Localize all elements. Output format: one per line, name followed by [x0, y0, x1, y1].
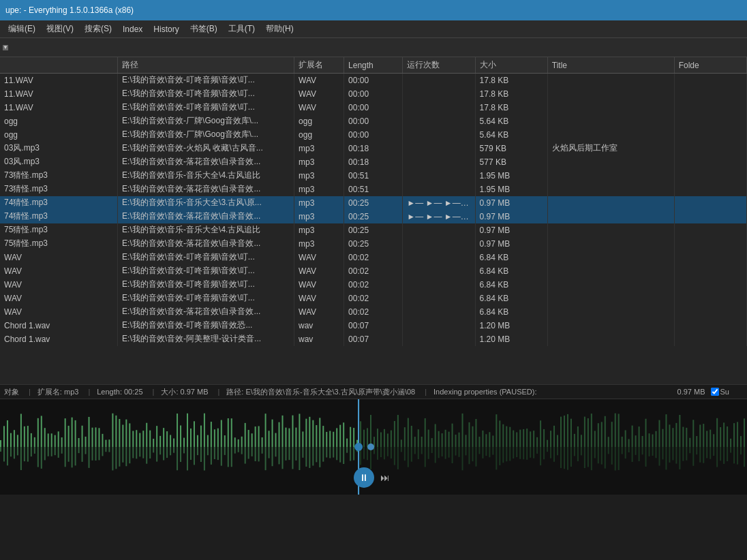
table-cell: WAV	[294, 101, 344, 114]
status-ext: 扩展名: mp3	[37, 387, 79, 397]
table-cell: E:\我的音效\音效-叮咚音频\音效\叮...	[118, 264, 294, 278]
table-cell	[674, 292, 746, 305]
table-cell: 579 KB	[475, 142, 547, 155]
table-cell	[403, 101, 475, 114]
table-cell: 6.84 KB	[475, 264, 547, 278]
table-cell	[547, 128, 674, 142]
table-cell	[547, 305, 674, 319]
table-cell: E:\我的音效\音效-叮咚音频\音效\叮...	[118, 74, 294, 87]
table-row[interactable]: WAVE:\我的音效\音效-叮咚音频\音效\叮...WAV00:026.84 K…	[0, 251, 747, 264]
table-cell: 00:00	[344, 101, 403, 114]
table-cell	[403, 251, 475, 264]
status-checkbox-input[interactable]	[711, 388, 719, 396]
table-cell	[403, 237, 475, 251]
table-row[interactable]: WAVE:\我的音效\音效-叮咚音频\音效\叮...WAV00:026.84 K…	[0, 278, 747, 292]
title-bar: upe: - Everything 1.5.0.1366a (x86)	[0, 0, 747, 20]
table-row[interactable]: 11.WAVE:\我的音效\音效-叮咚音频\音效\叮...WAV00:0017.…	[0, 74, 747, 87]
table-row[interactable]: 73猜怪.mp3E:\我的音效\音乐-音乐大全\4.古风追比mp300:511.…	[0, 169, 747, 183]
table-cell: 577 KB	[475, 155, 547, 169]
table-cell: E:\我的音效\音效-落花音效\自录音效...	[118, 237, 294, 251]
table-row[interactable]: WAVE:\我的音效\音效-叮咚音频\音效\叮...WAV00:026.84 K…	[0, 264, 747, 278]
col-header-runcount[interactable]: 运行次数	[403, 57, 475, 74]
table-row[interactable]: 74猜怪.mp3E:\我的音效\音乐-音乐大全\3.古风\原...mp300:2…	[0, 196, 747, 210]
menu-edit[interactable]: 编辑(E)	[3, 21, 41, 37]
table-cell	[674, 237, 746, 251]
menu-index[interactable]: Index	[117, 22, 148, 36]
corner-indicator[interactable]: ▼	[3, 45, 8, 50]
table-cell: 00:02	[344, 292, 403, 305]
table-cell: E:\我的音效\音效-落花音效\自录音效...	[118, 210, 294, 223]
table-cell: 11.WAV	[0, 74, 118, 87]
menu-search[interactable]: 搜索(S)	[79, 21, 117, 37]
table-row[interactable]: 03风.mp3E:\我的音效\音效-落花音效\自录音效...mp300:1857…	[0, 155, 747, 169]
menu-view[interactable]: 视图(V)	[41, 21, 79, 37]
table-cell: 火焰风后期工作室	[547, 142, 674, 155]
table-cell	[547, 101, 674, 114]
menu-help[interactable]: 帮助(H)	[260, 21, 299, 37]
table-cell	[403, 87, 475, 101]
pause-button[interactable]: ⏸	[354, 467, 374, 488]
table-cell: 6.84 KB	[475, 292, 547, 305]
table-row[interactable]: 73猜怪.mp3E:\我的音效\音效-落花音效\自录音效...mp300:511…	[0, 183, 747, 196]
table-cell: WAV	[294, 87, 344, 101]
table-cell: E:\我的音效\音效-叮咚音频\音效恐...	[118, 319, 294, 332]
table-cell	[674, 196, 746, 210]
table-cell: ogg	[0, 114, 118, 128]
menu-history[interactable]: History	[148, 22, 184, 36]
col-header-size[interactable]: 大小	[475, 57, 547, 74]
table-row[interactable]: 11.WAVE:\我的音效\音效-叮咚音频\音效\叮...WAV00:0017.…	[0, 101, 747, 114]
col-header-ext[interactable]: 扩展名	[294, 57, 344, 74]
table-cell	[674, 169, 746, 183]
table-cell	[674, 319, 746, 332]
table-cell: 00:02	[344, 264, 403, 278]
table-row[interactable]: Chord 1.wavE:\我的音效\音效-叮咚音频\音效恐...wav00:0…	[0, 319, 747, 332]
table-row[interactable]: oggE:\我的音效\音效-厂牌\Goog音效库\...ogg00:005.64…	[0, 128, 747, 142]
table-row[interactable]: WAVE:\我的音效\音效-叮咚音频\音效\叮...WAV00:026.84 K…	[0, 292, 747, 305]
table-cell: Chord 1.wav	[0, 332, 118, 346]
table-cell: 1.95 MB	[475, 169, 547, 183]
col-header-title[interactable]: Title	[547, 57, 674, 74]
menu-bar: 编辑(E) 视图(V) 搜索(S) Index History 书签(B) 工具…	[0, 20, 747, 38]
table-row[interactable]: WAVE:\我的音效\音效-落花音效\自录音效...WAV00:026.84 K…	[0, 305, 747, 319]
table-cell: 00:25	[344, 223, 403, 237]
table-row[interactable]: 03风.mp3E:\我的音效\音效-火焰风 收藏\古风音...mp300:185…	[0, 142, 747, 155]
table-cell: 17.8 KB	[475, 74, 547, 87]
table-row[interactable]: oggE:\我的音效\音效-厂牌\Goog音效库\...ogg00:005.64…	[0, 114, 747, 128]
menu-bookmark[interactable]: 书签(B)	[185, 21, 223, 37]
table-row[interactable]: 11.WAVE:\我的音效\音效-叮咚音频\音效\叮...WAV00:0017.…	[0, 87, 747, 101]
status-checkbox[interactable]: Su	[711, 388, 736, 396]
table-row[interactable]: 74猜怪.mp3E:\我的音效\音效-落花音效\自录音效...mp300:25►…	[0, 210, 747, 223]
file-table-container[interactable]: 路径 扩展名 Length 运行次数 大小 Title Folde 11.WAV…	[0, 57, 747, 384]
col-header-length[interactable]: Length	[344, 57, 403, 74]
table-cell: 1.20 MB	[475, 332, 547, 346]
table-row[interactable]: Chord 1.wavE:\我的音效\音效-阿美整理-设计类音...wav00:…	[0, 332, 747, 346]
next-button[interactable]: ⏭	[377, 469, 393, 486]
table-cell: WAV	[0, 305, 118, 319]
col-header-path[interactable]: 路径	[118, 57, 294, 74]
table-cell	[547, 196, 674, 210]
table-cell: ogg	[294, 128, 344, 142]
table-cell: 11.WAV	[0, 87, 118, 101]
col-header-name[interactable]	[0, 57, 118, 74]
table-cell: 00:00	[344, 74, 403, 87]
table-cell	[674, 210, 746, 223]
waveform-container[interactable]: ⏸ ⏭	[0, 399, 747, 495]
status-size: 大小: 0.97 MB	[161, 387, 208, 397]
table-cell: 00:00	[344, 87, 403, 101]
table-cell: WAV	[0, 251, 118, 264]
table-row[interactable]: 75猜怪.mp3E:\我的音效\音效-落花音效\自录音效...mp300:250…	[0, 237, 747, 251]
table-cell: 75猜怪.mp3	[0, 237, 118, 251]
table-cell	[674, 87, 746, 101]
table-row[interactable]: 75猜怪.mp3E:\我的音效\音乐-音乐大全\4.古风追比mp300:250.…	[0, 223, 747, 237]
table-cell	[403, 305, 475, 319]
table-cell: 00:25	[344, 237, 403, 251]
table-cell: E:\我的音效\音乐-音乐大全\3.古风\原...	[118, 196, 294, 210]
table-cell: 6.84 KB	[475, 305, 547, 319]
col-header-folder[interactable]: Folde	[674, 57, 746, 74]
table-cell	[674, 155, 746, 169]
table-cell	[674, 142, 746, 155]
table-cell	[403, 169, 475, 183]
menu-tools[interactable]: 工具(T)	[223, 21, 260, 37]
table-cell: mp3	[294, 169, 344, 183]
table-cell: wav	[294, 319, 344, 332]
